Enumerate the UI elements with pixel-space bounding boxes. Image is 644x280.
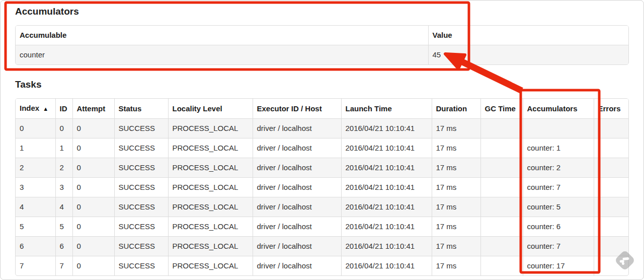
table-row: 7 7 0 SUCCESS PROCESS_LOCAL driver / loc… bbox=[16, 256, 629, 276]
cell-launch-time: 2016/04/21 10:10:41 bbox=[341, 178, 432, 197]
cell-status: SUCCESS bbox=[114, 197, 168, 217]
cell-executor-id-host: driver / localhost bbox=[253, 138, 341, 158]
cell-index: 1 bbox=[16, 138, 55, 158]
cell-gc-time bbox=[480, 119, 523, 138]
table-row: 1 1 0 SUCCESS PROCESS_LOCAL driver / loc… bbox=[16, 138, 629, 158]
cell-accumulators: counter: 7 bbox=[523, 178, 594, 197]
cell-locality-level: PROCESS_LOCAL bbox=[168, 178, 253, 197]
cell-executor-id-host: driver / localhost bbox=[253, 197, 341, 217]
cell-locality-level: PROCESS_LOCAL bbox=[168, 197, 253, 217]
cell-locality-level: PROCESS_LOCAL bbox=[168, 217, 253, 237]
cell-id: 5 bbox=[55, 217, 72, 237]
cell-gc-time bbox=[480, 217, 523, 237]
cell-duration: 17 ms bbox=[432, 158, 480, 178]
column-header-index[interactable]: Index▲ bbox=[16, 99, 55, 119]
cell-executor-id-host: driver / localhost bbox=[253, 256, 341, 276]
cell-id: 7 bbox=[55, 256, 72, 276]
cell-errors bbox=[594, 256, 629, 276]
cell-gc-time bbox=[480, 237, 523, 256]
cell-duration: 17 ms bbox=[432, 217, 480, 237]
cell-errors bbox=[594, 138, 629, 158]
cell-accumulators: counter: 17 bbox=[523, 256, 594, 276]
cell-accumulators bbox=[523, 119, 594, 138]
table-row: 3 3 0 SUCCESS PROCESS_LOCAL driver / loc… bbox=[16, 178, 629, 197]
cell-attempt: 0 bbox=[72, 158, 114, 178]
cell-index: 2 bbox=[16, 158, 55, 178]
cell-duration: 17 ms bbox=[432, 138, 480, 158]
cell-id: 1 bbox=[55, 138, 72, 158]
cell-launch-time: 2016/04/21 10:10:41 bbox=[341, 237, 432, 256]
cell-duration: 17 ms bbox=[432, 256, 480, 276]
table-row: 5 5 0 SUCCESS PROCESS_LOCAL driver / loc… bbox=[16, 217, 629, 237]
sort-ascending-icon: ▲ bbox=[43, 106, 48, 112]
spark-ui-window: Accumulators Accumulable Value counter 4… bbox=[0, 0, 644, 280]
cell-attempt: 0 bbox=[72, 217, 114, 237]
cell-id: 6 bbox=[55, 237, 72, 256]
cell-accumulators: counter: 2 bbox=[523, 158, 594, 178]
accumulators-section-title: Accumulators bbox=[15, 1, 629, 18]
column-header-accumulable[interactable]: Accumulable bbox=[16, 26, 428, 45]
column-header-launch-time[interactable]: Launch Time bbox=[341, 99, 432, 119]
cell-status: SUCCESS bbox=[114, 217, 168, 237]
cell-status: SUCCESS bbox=[114, 237, 168, 256]
cell-executor-id-host: driver / localhost bbox=[253, 217, 341, 237]
column-header-value[interactable]: Value bbox=[428, 26, 629, 45]
accumulators-table: Accumulable Value counter 45 bbox=[15, 25, 629, 65]
cell-locality-level: PROCESS_LOCAL bbox=[168, 237, 253, 256]
cell-launch-time: 2016/04/21 10:10:41 bbox=[341, 138, 432, 158]
column-header-gc-time[interactable]: GC Time bbox=[480, 99, 523, 119]
cell-accumulators: counter: 5 bbox=[523, 197, 594, 217]
column-header-id[interactable]: ID bbox=[55, 99, 72, 119]
cell-executor-id-host: driver / localhost bbox=[253, 237, 341, 256]
cell-id: 0 bbox=[55, 119, 72, 138]
cell-attempt: 0 bbox=[72, 119, 114, 138]
cell-id: 4 bbox=[55, 197, 72, 217]
cell-status: SUCCESS bbox=[114, 119, 168, 138]
column-header-errors[interactable]: Errors bbox=[594, 99, 629, 119]
cell-gc-time bbox=[480, 158, 523, 178]
cell-accumulable: counter bbox=[16, 45, 428, 65]
cell-locality-level: PROCESS_LOCAL bbox=[168, 138, 253, 158]
tasks-table: Index▲ ID Attempt Status Locality Level … bbox=[15, 98, 629, 276]
table-row: 2 2 0 SUCCESS PROCESS_LOCAL driver / loc… bbox=[16, 158, 629, 178]
cell-index: 0 bbox=[16, 119, 55, 138]
cell-index: 5 bbox=[16, 217, 55, 237]
column-header-status[interactable]: Status bbox=[114, 99, 168, 119]
cell-locality-level: PROCESS_LOCAL bbox=[168, 158, 253, 178]
cell-errors bbox=[594, 197, 629, 217]
cell-attempt: 0 bbox=[72, 138, 114, 158]
cell-launch-time: 2016/04/21 10:10:41 bbox=[341, 256, 432, 276]
table-header-row: Index▲ ID Attempt Status Locality Level … bbox=[16, 99, 629, 119]
cell-errors bbox=[594, 237, 629, 256]
cell-index: 3 bbox=[16, 178, 55, 197]
cell-duration: 17 ms bbox=[432, 178, 480, 197]
cell-attempt: 0 bbox=[72, 178, 114, 197]
page-content: Accumulators Accumulable Value counter 4… bbox=[1, 1, 643, 276]
table-row: 0 0 0 SUCCESS PROCESS_LOCAL driver / loc… bbox=[16, 119, 629, 138]
cell-errors bbox=[594, 119, 629, 138]
cell-errors bbox=[594, 217, 629, 237]
column-header-attempt[interactable]: Attempt bbox=[72, 99, 114, 119]
cell-attempt: 0 bbox=[72, 256, 114, 276]
cell-duration: 17 ms bbox=[432, 119, 480, 138]
cell-launch-time: 2016/04/21 10:10:41 bbox=[341, 119, 432, 138]
cell-accumulators: counter: 1 bbox=[523, 138, 594, 158]
cell-errors bbox=[594, 178, 629, 197]
column-header-executor-id-host[interactable]: Executor ID / Host bbox=[253, 99, 341, 119]
cell-locality-level: PROCESS_LOCAL bbox=[168, 119, 253, 138]
cell-duration: 17 ms bbox=[432, 237, 480, 256]
cell-status: SUCCESS bbox=[114, 158, 168, 178]
cell-gc-time bbox=[480, 138, 523, 158]
cell-launch-time: 2016/04/21 10:10:41 bbox=[341, 158, 432, 178]
column-header-locality-level[interactable]: Locality Level bbox=[168, 99, 253, 119]
cell-locality-level: PROCESS_LOCAL bbox=[168, 256, 253, 276]
cell-id: 3 bbox=[55, 178, 72, 197]
cell-launch-time: 2016/04/21 10:10:41 bbox=[341, 197, 432, 217]
table-row: 6 6 0 SUCCESS PROCESS_LOCAL driver / loc… bbox=[16, 237, 629, 256]
column-header-duration[interactable]: Duration bbox=[432, 99, 480, 119]
tasks-section-title: Tasks bbox=[15, 65, 629, 91]
cell-accumulators: counter: 7 bbox=[523, 237, 594, 256]
cell-attempt: 0 bbox=[72, 197, 114, 217]
table-row: 4 4 0 SUCCESS PROCESS_LOCAL driver / loc… bbox=[16, 197, 629, 217]
column-header-accumulators[interactable]: Accumulators bbox=[523, 99, 594, 119]
